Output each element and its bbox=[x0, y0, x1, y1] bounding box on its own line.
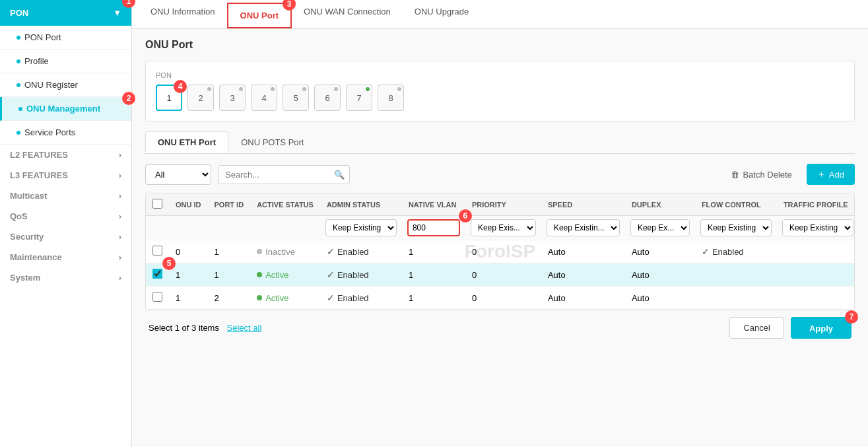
filter-speed: Keep Existin... bbox=[541, 216, 625, 240]
content-area: ONU Port PON 1 4 2 3 4 bbox=[132, 29, 868, 447]
sidebar-section-qos[interactable]: QoS › bbox=[0, 206, 131, 226]
tab-onu-upgrade[interactable]: ONU Upgrade bbox=[403, 0, 481, 28]
native-vlan-input[interactable] bbox=[407, 219, 460, 236]
status-dot-icon bbox=[257, 249, 262, 254]
search-icon: 🔍 bbox=[334, 170, 345, 180]
row2-admin-status-text: Enabled bbox=[337, 293, 369, 303]
batch-delete-label: Batch Delete bbox=[743, 170, 791, 180]
filter-dropdown[interactable]: All bbox=[145, 164, 211, 185]
select-all-link[interactable]: Select all bbox=[227, 323, 262, 333]
tab-onu-information[interactable]: ONU Information bbox=[139, 0, 227, 28]
sidebar-section-l2[interactable]: L2 FEATURES › bbox=[0, 145, 131, 165]
dot-icon bbox=[17, 83, 20, 87]
footer-buttons: Cancel Apply 7 bbox=[729, 317, 851, 339]
batch-delete-button[interactable]: 🗑 Batch Delete bbox=[723, 166, 799, 184]
sidebar-section-security[interactable]: Security › bbox=[0, 226, 131, 247]
pon-port-2[interactable]: 2 bbox=[187, 85, 214, 111]
sidebar-item-onu-management[interactable]: ONU Management 2 bbox=[0, 97, 131, 121]
col-active-status: ACTIVE STATUS bbox=[250, 193, 320, 216]
dot-icon bbox=[17, 36, 20, 40]
filter-port-id bbox=[208, 216, 251, 240]
filter-onu-id bbox=[169, 216, 208, 240]
add-button[interactable]: ＋ Add bbox=[807, 164, 855, 185]
annotation-badge-6: 6 bbox=[459, 209, 472, 223]
pon-port-5-status-dot bbox=[302, 87, 306, 91]
duplex-filter[interactable]: Keep Ex... bbox=[630, 219, 690, 236]
filter-active-status bbox=[250, 216, 320, 240]
row2-status-text: Active bbox=[265, 293, 288, 303]
traffic-profile-filter[interactable]: Keep Existing bbox=[782, 219, 853, 236]
sidebar-header[interactable]: PON ▼ 1 bbox=[0, 0, 131, 26]
chevron-right-icon: › bbox=[119, 252, 121, 262]
sidebar-item-pon-port[interactable]: PON Port bbox=[0, 26, 131, 50]
apply-label: Apply bbox=[809, 324, 833, 333]
row1-checkbox-cell: 5 bbox=[146, 263, 169, 287]
row0-active-status: Inactive bbox=[250, 240, 320, 263]
tab-onu-port-label: ONU Port bbox=[240, 11, 279, 20]
row2-duplex: Auto bbox=[625, 287, 695, 310]
pon-port-3-num: 3 bbox=[230, 93, 234, 103]
row1-active-status: Active bbox=[250, 263, 320, 287]
table-row: 0 1 Inactive ✓ Enabled bbox=[146, 240, 855, 263]
col-native-vlan: NATIVE VLAN bbox=[402, 193, 465, 216]
sidebar-section-l2-label: L2 FEATURES bbox=[10, 150, 68, 160]
sidebar-section-maintenance[interactable]: Maintenance › bbox=[0, 247, 131, 267]
checkmark-icon: ✓ bbox=[327, 269, 335, 280]
tab-onu-information-label: ONU Information bbox=[150, 7, 215, 17]
row2-speed: Auto bbox=[541, 287, 625, 310]
col-priority: PRIORITY bbox=[465, 193, 541, 216]
sidebar-item-profile[interactable]: Profile bbox=[0, 50, 131, 73]
pon-port-8[interactable]: 8 bbox=[378, 85, 404, 111]
row0-status-text: Inactive bbox=[265, 247, 295, 257]
sub-tab-pots-port[interactable]: ONU POTS Port bbox=[228, 131, 316, 153]
pon-port-6[interactable]: 6 bbox=[314, 85, 341, 111]
select-all-checkbox[interactable] bbox=[152, 199, 162, 209]
tab-onu-upgrade-label: ONU Upgrade bbox=[415, 7, 469, 17]
row2-checkbox-cell bbox=[146, 287, 169, 310]
sidebar-item-service-ports[interactable]: Service Ports bbox=[0, 121, 131, 145]
sidebar-section-security-label: Security bbox=[10, 232, 44, 242]
row0-admin-status: ✓ Enabled bbox=[320, 240, 402, 263]
tab-onu-wan[interactable]: ONU WAN Connection bbox=[292, 0, 403, 28]
row2-traffic-profile bbox=[777, 287, 855, 310]
sidebar-label-onu-management: ONU Management bbox=[26, 104, 100, 114]
speed-filter[interactable]: Keep Existin... bbox=[547, 219, 620, 236]
pon-port-4[interactable]: 4 bbox=[251, 85, 277, 111]
pon-port-3[interactable]: 3 bbox=[219, 85, 246, 111]
sidebar-section-l3[interactable]: L3 FEATURES › bbox=[0, 165, 131, 186]
cancel-button[interactable]: Cancel bbox=[729, 317, 784, 339]
search-input[interactable] bbox=[218, 165, 350, 184]
pon-port-7-status-dot bbox=[366, 87, 370, 91]
pon-ports-list: 1 4 2 3 4 5 bbox=[156, 85, 844, 111]
col-speed: SPEED bbox=[541, 193, 625, 216]
tab-bar: ONU Information ONU Port 3 ONU WAN Conne… bbox=[132, 0, 868, 29]
priority-filter[interactable]: Keep Exis... bbox=[471, 219, 536, 236]
dot-icon bbox=[18, 107, 22, 111]
row2-admin-status: ✓ Enabled bbox=[320, 287, 402, 310]
sidebar-section-maintenance-label: Maintenance bbox=[10, 252, 62, 262]
search-wrap: 🔍 bbox=[218, 165, 350, 184]
row2-priority: 0 bbox=[465, 287, 541, 310]
sidebar-label-profile: Profile bbox=[24, 56, 49, 66]
sub-tab-eth-port[interactable]: ONU ETH Port bbox=[145, 131, 228, 153]
apply-button[interactable]: Apply 7 bbox=[791, 317, 851, 339]
row2-checkbox[interactable] bbox=[152, 292, 162, 302]
annotation-badge-5: 5 bbox=[162, 257, 176, 270]
pon-port-5[interactable]: 5 bbox=[283, 85, 309, 111]
pon-port-7-num: 7 bbox=[356, 93, 361, 103]
row0-checkbox[interactable] bbox=[152, 246, 162, 256]
sidebar-item-onu-register[interactable]: ONU Register bbox=[0, 73, 131, 97]
row0-flow-control: ✓ Enabled bbox=[695, 240, 777, 263]
pon-port-7[interactable]: 7 bbox=[346, 85, 372, 111]
row1-checkbox[interactable] bbox=[152, 269, 162, 279]
sidebar-section-multicast-label: Multicast bbox=[10, 191, 47, 201]
flow-control-filter[interactable]: Keep Existing bbox=[700, 219, 772, 236]
sidebar-section-system[interactable]: System › bbox=[0, 267, 131, 288]
col-flow-control: FLOW CONTROL bbox=[695, 193, 777, 216]
sidebar-section-multicast[interactable]: Multicast › bbox=[0, 186, 131, 206]
admin-status-filter[interactable]: Keep Existing bbox=[325, 219, 397, 236]
row0-speed: Auto bbox=[541, 240, 625, 263]
annotation-badge-2: 2 bbox=[122, 92, 135, 105]
tab-onu-port[interactable]: ONU Port 3 bbox=[227, 3, 292, 28]
pon-port-1[interactable]: 1 4 bbox=[156, 85, 182, 111]
